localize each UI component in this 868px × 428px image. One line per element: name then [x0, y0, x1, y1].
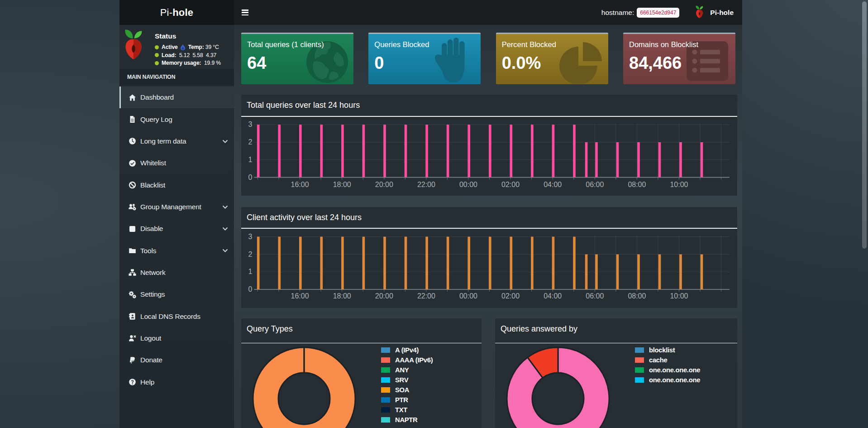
svg-text:08:00: 08:00	[628, 181, 646, 188]
svg-text:18:00: 18:00	[333, 292, 351, 300]
svg-text:1: 1	[248, 268, 253, 275]
svg-text:20:00: 20:00	[375, 181, 393, 188]
svg-text:20:00: 20:00	[375, 292, 393, 300]
svg-text:00:00: 00:00	[459, 292, 477, 300]
svg-text:3: 3	[248, 233, 253, 240]
svg-text:02:00: 02:00	[501, 292, 520, 300]
svg-text:0: 0	[248, 285, 253, 293]
svg-text:1: 1	[248, 156, 253, 164]
svg-text:2: 2	[248, 138, 253, 146]
svg-text:3: 3	[248, 120, 253, 128]
svg-text:04:00: 04:00	[544, 181, 562, 188]
svg-text:02:00: 02:00	[501, 181, 520, 188]
svg-text:0: 0	[248, 173, 253, 181]
svg-text:16:00: 16:00	[291, 292, 309, 300]
svg-text:2: 2	[248, 250, 253, 258]
svg-text:10:00: 10:00	[670, 181, 688, 188]
svg-text:16:00: 16:00	[291, 181, 309, 188]
svg-text:00:00: 00:00	[459, 181, 477, 188]
svg-text:10:00: 10:00	[670, 292, 688, 300]
svg-text:08:00: 08:00	[628, 292, 646, 300]
svg-text:06:00: 06:00	[586, 292, 604, 300]
svg-text:06:00: 06:00	[586, 181, 604, 188]
svg-text:22:00: 22:00	[417, 181, 435, 188]
svg-text:22:00: 22:00	[417, 292, 435, 300]
svg-text:04:00: 04:00	[544, 292, 562, 300]
svg-text:18:00: 18:00	[333, 181, 351, 188]
